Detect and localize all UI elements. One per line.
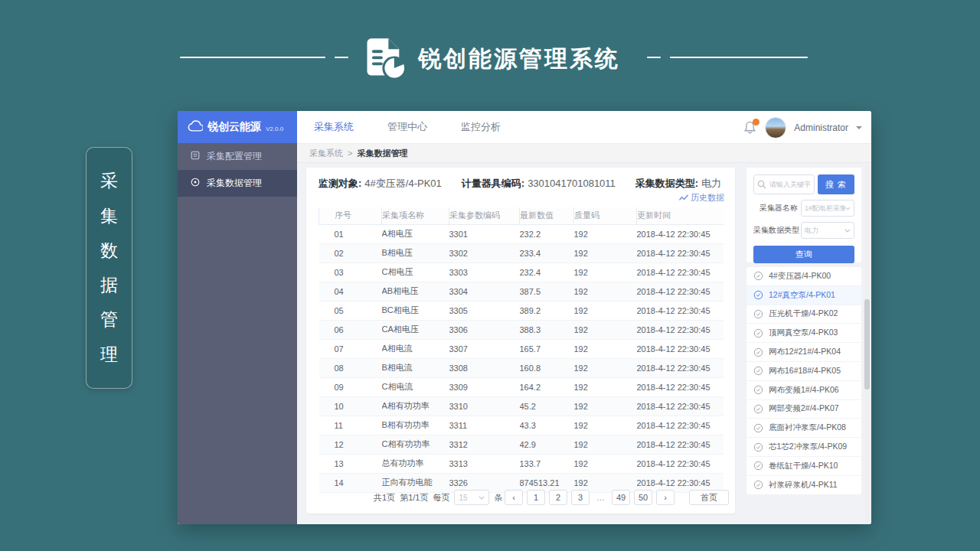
table-cell: 192: [574, 396, 637, 416]
module-side-tab: 采集数据管理: [86, 147, 132, 389]
avatar[interactable]: [765, 117, 786, 139]
data-type-select[interactable]: 电力: [801, 222, 854, 239]
table-cell: 192: [574, 282, 637, 301]
table-cell: 3308: [449, 358, 520, 377]
table-cell: 3311: [449, 416, 520, 435]
device-list-item[interactable]: 顶网真空泵/4-PK03: [746, 324, 861, 343]
search-button[interactable]: 搜 索: [818, 174, 854, 194]
table-cell: 2018-4-12 22:30:45: [637, 262, 724, 282]
table-cell: 165.7: [520, 339, 574, 358]
bell-icon[interactable]: [743, 120, 757, 135]
app-window: 锐创云能源 V2.0.0 采集配置管理 采集数据管理 采集系统 管理中心: [178, 111, 871, 524]
tab-management-center[interactable]: 管理中心: [387, 120, 427, 134]
device-list-item[interactable]: 12#真空泵/4-PK01: [746, 286, 861, 305]
device-list-item[interactable]: 网部变频2#/4-PK07: [746, 400, 861, 419]
monitor-object-value: 4#变压器/4-PK01: [364, 178, 441, 189]
table-cell: 3301: [449, 224, 520, 243]
data-type-filter-label: 采集数据类型: [753, 225, 801, 236]
device-name: 卷纸缸干燥/4-PK10: [769, 461, 838, 471]
device-list-item[interactable]: 底面衬冲浆泵/4-PK08: [746, 419, 861, 438]
line-chart-icon: [679, 194, 688, 203]
device-list-item[interactable]: 卷纸缸干燥/4-PK10: [746, 457, 861, 476]
table-cell: 03: [319, 262, 382, 282]
collector-select[interactable]: 1#配电柜采集器: [801, 200, 854, 217]
chevron-down-icon[interactable]: [856, 126, 862, 132]
device-name: 压光机干燥/4-PK02: [769, 308, 838, 319]
history-data-link[interactable]: 历史数据: [679, 192, 724, 204]
table-cell: CA相电压: [382, 320, 449, 339]
table-cell: 388.3: [520, 320, 574, 339]
table-row: 11B相有功功率331143.31922018-4-12 22:30:45: [319, 416, 724, 435]
query-button[interactable]: 查询: [753, 246, 854, 263]
sidebar-logo: 锐创云能源 V2.0.0: [178, 111, 297, 143]
device-list-item[interactable]: 网布变频1#/4-PK06: [746, 381, 861, 400]
device-list-item[interactable]: 4#变压器/4-PK00: [746, 267, 861, 286]
circle-check-icon: [753, 271, 763, 281]
table-cell: 2018-4-12 22:30:45: [637, 396, 724, 416]
table-cell: 2018-4-12 22:30:45: [637, 320, 724, 339]
pagination-summary: 共1页 第1/1页 每页 15 条: [374, 490, 502, 505]
per-page-select[interactable]: 15: [454, 490, 489, 505]
table-cell: 2018-4-12 22:30:45: [637, 243, 724, 262]
table-cell: 42.9: [520, 435, 574, 454]
breadcrumb-parent[interactable]: 采集系统: [309, 148, 343, 159]
table-row: 06CA相电压3306388.31922018-4-12 22:30:45: [319, 320, 724, 339]
module-side-tab-char: 理: [100, 346, 118, 364]
scrollbar-thumb[interactable]: [864, 299, 870, 390]
page-ellipsis: …: [593, 490, 608, 505]
sidebar-item-collect-data[interactable]: 采集数据管理: [178, 170, 297, 197]
page-number-button[interactable]: 3: [571, 490, 590, 505]
table-row: 12C相有功功率331242.91922018-4-12 22:30:45: [319, 435, 724, 454]
table-cell: 01: [319, 224, 382, 243]
sidebar-item-collect-config[interactable]: 采集配置管理: [178, 143, 297, 170]
device-list-item[interactable]: 衬浆碎浆机/4-PK11: [746, 476, 861, 495]
page-background: 锐创能源管理系统 采集数据管理 锐创云能源 V2.0.0 采集配置管理: [0, 0, 980, 551]
device-name: 底面衬冲浆泵/4-PK08: [769, 422, 846, 433]
first-page-button[interactable]: 首页: [689, 490, 729, 505]
page-number-button[interactable]: 2: [549, 490, 567, 505]
username[interactable]: Administrator: [794, 122, 848, 133]
device-name: 网布变频1#/4-PK06: [769, 385, 839, 396]
app-version: V2.0.0: [266, 126, 283, 132]
prev-page-button[interactable]: ‹: [505, 490, 523, 505]
per-page-label: 每页: [433, 492, 449, 504]
table-cell: 3310: [449, 396, 520, 416]
table-row: 03C相电压3303232.41922018-4-12 22:30:45: [319, 262, 724, 282]
pagination-controls: ‹ 123…4950 › 首页: [505, 490, 729, 505]
device-list-item[interactable]: 网布12#21#/4-PK04: [746, 343, 861, 362]
circle-check-icon: [753, 404, 763, 414]
page-number-button[interactable]: 49: [612, 490, 630, 505]
table-cell: 3307: [449, 339, 520, 358]
device-list-item[interactable]: 网布16#18#/4-PK05: [746, 362, 861, 381]
page-number-button[interactable]: 50: [634, 490, 652, 505]
breadcrumb: 采集系统 > 采集数据管理: [297, 144, 871, 163]
module-side-tab-char: 据: [100, 276, 118, 294]
banner-dash-right: [647, 57, 661, 58]
next-page-button[interactable]: ›: [656, 490, 675, 505]
content-area: 监测对象:4#变压器/4-PK01 计量器具编码:330104170108101…: [297, 163, 871, 524]
collect-data-table: 序号采集项名称采集参数编码最新数值质量码更新时间 01A相电压3301232.2…: [318, 207, 724, 493]
total-pages-text: 共1页: [374, 492, 395, 504]
data-type-value: 电力: [701, 178, 721, 189]
table-cell: 233.4: [520, 243, 574, 262]
device-name: 衬浆碎浆机/4-PK11: [769, 480, 838, 491]
tab-collect-system[interactable]: 采集系统: [314, 120, 354, 134]
table-row: 05BC相电压3305389.21922018-4-12 22:30:45: [319, 301, 724, 320]
filter-panel: 搜 索 采集器名称 1#配电柜采集器 采集数据类型 电力 查询: [746, 168, 861, 262]
device-list-item[interactable]: 压光机干燥/4-PK02: [746, 305, 861, 324]
tab-monitor-analysis[interactable]: 监控分析: [461, 120, 501, 134]
device-list: 4#变压器/4-PK00 12#真空泵/4-PK01 压光机干燥/4-PK02 …: [746, 267, 861, 495]
table-header-cell: 序号: [319, 207, 382, 224]
table-cell: C相电流: [382, 377, 449, 396]
sidebar: 锐创云能源 V2.0.0 采集配置管理 采集数据管理: [178, 111, 297, 524]
table-cell: 3312: [449, 435, 520, 454]
table-cell: 04: [319, 282, 382, 301]
device-list-item[interactable]: 芯1芯2冲浆泵/4-PK09: [746, 438, 861, 457]
data-icon: [191, 178, 200, 189]
page-number-button[interactable]: 1: [527, 490, 545, 505]
device-name: 顶网真空泵/4-PK03: [769, 328, 838, 338]
module-side-tab-char: 采: [100, 172, 118, 190]
module-side-tab-char: 数: [100, 242, 118, 259]
table-cell: 3304: [449, 282, 520, 301]
table-cell: 192: [574, 454, 637, 473]
